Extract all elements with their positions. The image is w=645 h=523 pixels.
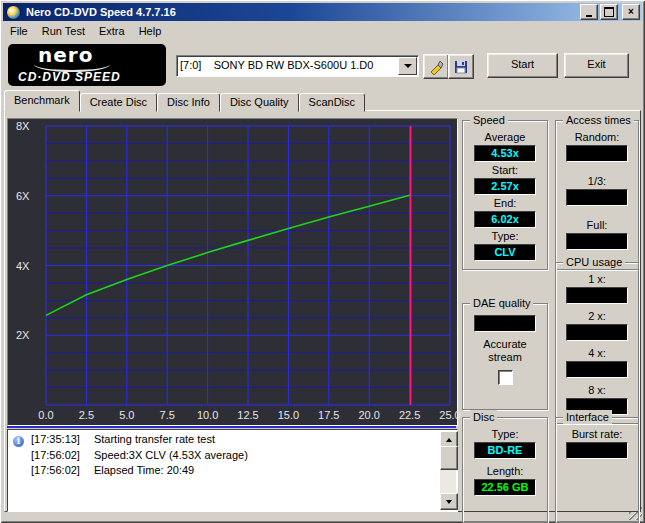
group-speed: Speed Average 4.53x Start: 2.57x End: 6.…: [462, 120, 548, 270]
svg-text:2.5: 2.5: [79, 409, 94, 421]
disc-length-label: Length:: [463, 465, 547, 478]
cpu-8x-label: 8 x:: [556, 384, 638, 397]
group-dae-quality-title: DAE quality: [470, 296, 533, 310]
benchmark-chart: 2X4X6X8X0.02.55.07.510.012.515.017.520.0…: [7, 118, 458, 426]
menu-item-extra[interactable]: Extra: [92, 23, 132, 39]
maximize-button[interactable]: [600, 4, 618, 20]
svg-text:4X: 4X: [16, 260, 30, 272]
log-text: Speed:3X CLV (4.53X average): [94, 449, 248, 461]
settings-icon: [428, 59, 444, 75]
nero-logo-text: nero: [8, 44, 166, 65]
svg-text:25.0: 25.0: [439, 409, 460, 421]
menu-item-run-test[interactable]: Run Test: [35, 23, 92, 39]
menu-item-help[interactable]: Help: [132, 23, 169, 39]
cpu-1x-value: [566, 287, 628, 304]
start-button[interactable]: Start: [487, 53, 558, 78]
burst-rate-label: Burst rate:: [556, 428, 638, 441]
disc-length-value: 22.56 GB: [474, 479, 536, 496]
svg-text:20.0: 20.0: [358, 409, 379, 421]
svg-text:15.0: 15.0: [278, 409, 299, 421]
svg-text:2X: 2X: [16, 329, 30, 341]
svg-text:8X: 8X: [16, 120, 30, 132]
speed-start-label: Start:: [463, 164, 547, 177]
access-one-third-label: 1/3:: [556, 175, 638, 188]
close-icon: ×: [628, 6, 634, 18]
log-panel: i[17:35:13]Starting transfer rate test […: [7, 429, 458, 512]
group-access-times-title: Access times: [563, 113, 634, 127]
svg-text:5.0: 5.0: [119, 409, 134, 421]
accurate-stream-checkbox[interactable]: [498, 370, 513, 385]
access-random-value: [566, 145, 628, 162]
log-line: [17:56:02]Elapsed Time: 20:49: [9, 462, 440, 477]
chart-log-separator: [7, 426, 456, 428]
tab-create-disc[interactable]: Create Disc: [80, 93, 157, 112]
group-cpu-usage-title: CPU usage: [563, 255, 625, 269]
menu-bar: File Run Test Extra Help: [3, 21, 642, 40]
app-icon: [6, 5, 21, 20]
speed-end-label: End:: [463, 197, 547, 210]
group-disc-title: Disc: [470, 410, 497, 424]
svg-text:6X: 6X: [16, 190, 30, 202]
minimize-icon: [586, 15, 592, 17]
scroll-thumb[interactable]: [440, 446, 458, 470]
save-button[interactable]: [448, 54, 474, 79]
settings-button[interactable]: [423, 54, 449, 79]
window-title: Nero CD-DVD Speed 4.7.7.16: [26, 6, 578, 18]
svg-text:0.0: 0.0: [38, 409, 53, 421]
svg-text:17.5: 17.5: [318, 409, 339, 421]
window: Nero CD-DVD Speed 4.7.7.16 × File Run Te…: [0, 0, 645, 523]
speed-type-label: Type:: [463, 230, 547, 243]
nero-logo-subtext: CD·DVD SPEED: [8, 70, 166, 84]
accurate-stream-label: Accurate stream: [463, 338, 547, 364]
svg-text:12.5: 12.5: [237, 409, 258, 421]
scroll-down-button[interactable]: [440, 493, 458, 510]
group-interface-title: Interface: [563, 410, 612, 424]
group-dae-quality: DAE quality Accurate stream: [462, 303, 548, 410]
group-cpu-usage: CPU usage 1 x: 2 x: 4 x: 8 x:: [555, 262, 639, 424]
tab-benchmark[interactable]: Benchmark: [4, 90, 80, 112]
dae-score-value: [474, 315, 536, 332]
group-interface: Interface Burst rate:: [555, 417, 639, 523]
log-list[interactable]: i[17:35:13]Starting transfer rate test […: [9, 431, 440, 510]
svg-text:7.5: 7.5: [160, 409, 175, 421]
log-time: [17:35:13]: [31, 433, 80, 445]
log-line: i[17:35:13]Starting transfer rate test: [9, 431, 440, 447]
cpu-4x-value: [566, 361, 628, 378]
tab-disc-quality[interactable]: Disc Quality: [220, 93, 299, 112]
access-full-value: [566, 233, 628, 250]
log-text: Starting transfer rate test: [94, 433, 215, 445]
speed-end-value: 6.02x: [474, 211, 536, 228]
menu-item-file[interactable]: File: [3, 23, 35, 39]
log-line: [17:56:02]Speed:3X CLV (4.53X average): [9, 447, 440, 462]
log-time: [17:56:02]: [31, 449, 80, 461]
minimize-button[interactable]: [580, 4, 598, 20]
log-time: [17:56:02]: [31, 464, 80, 476]
cpu-2x-label: 2 x:: [556, 310, 638, 323]
save-icon: [453, 59, 469, 75]
tab-scandisc[interactable]: ScanDisc: [299, 93, 365, 112]
chart-svg: 2X4X6X8X0.02.55.07.510.012.515.017.520.0…: [8, 119, 457, 425]
group-access-times: Access times Random: 1/3: Full:: [555, 120, 639, 270]
title-bar[interactable]: Nero CD-DVD Speed 4.7.7.16 ×: [3, 3, 642, 21]
chevron-down-icon: [404, 64, 412, 68]
speed-start-value: 2.57x: [474, 178, 536, 195]
log-scrollbar[interactable]: [440, 431, 456, 510]
svg-text:10.0: 10.0: [197, 409, 218, 421]
tab-disc-info[interactable]: Disc Info: [157, 93, 220, 112]
close-button[interactable]: ×: [622, 4, 640, 20]
exit-button[interactable]: Exit: [564, 53, 629, 78]
cpu-2x-value: [566, 324, 628, 341]
cpu-4x-label: 4 x:: [556, 347, 638, 360]
info-icon: i: [13, 436, 24, 447]
group-disc: Disc Type: BD-RE Length: 22.56 GB: [462, 417, 548, 523]
speed-average-value: 4.53x: [474, 145, 536, 162]
arrow-up-icon: [446, 438, 452, 442]
drive-selector-dropdown-button[interactable]: [398, 57, 417, 75]
drive-selector[interactable]: [7:0] SONY BD RW BDX-S600U 1.D0: [176, 55, 419, 77]
cpu-1x-label: 1 x:: [556, 273, 638, 286]
log-text: Elapsed Time: 20:49: [94, 464, 194, 476]
disc-type-label: Type:: [463, 428, 547, 441]
access-random-label: Random:: [556, 131, 638, 144]
maximize-icon: [604, 7, 614, 17]
disc-type-value: BD-RE: [474, 442, 536, 459]
